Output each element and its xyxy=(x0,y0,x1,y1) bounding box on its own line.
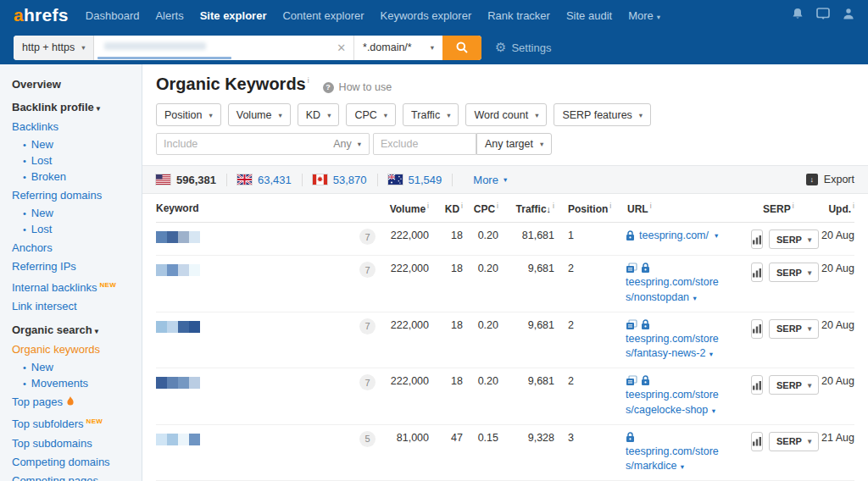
include-any-select[interactable]: Any▾ xyxy=(326,138,369,150)
country-stat-ca[interactable]: 53,870 xyxy=(313,174,367,186)
url-link[interactable]: teespring.com/stores/markdice ▾ xyxy=(626,445,721,475)
country-stat-gb[interactable]: 63,431 xyxy=(237,174,292,186)
url-cell: teespring.com/stores/fantasy-news-2 ▾ xyxy=(609,319,729,362)
sidebar-item-overview[interactable]: Overview xyxy=(12,78,136,91)
sidebar-item-referring-domains[interactable]: Referring domains xyxy=(12,188,136,202)
filter-word-count[interactable]: Word count▾ xyxy=(465,103,547,126)
sidebar-item-backlinks[interactable]: Backlinks xyxy=(12,119,136,134)
bullet-icon: • xyxy=(23,140,26,150)
column-header-traffic[interactable]: Traffic↓i xyxy=(498,202,554,215)
sidebar-item-top-pages[interactable]: Top pages xyxy=(12,395,136,410)
any-target-select[interactable]: Any target▾ xyxy=(476,133,552,155)
sidebar-subitem-lost[interactable]: •Lost xyxy=(23,154,136,168)
search-button[interactable] xyxy=(442,36,481,60)
position-history-chart-button[interactable] xyxy=(751,319,763,339)
filter-volume[interactable]: Volume▾ xyxy=(228,103,291,126)
exclude-input[interactable] xyxy=(373,133,476,155)
nav-item-more[interactable]: More▾ xyxy=(628,9,660,22)
filter-serp-features[interactable]: SERP features▾ xyxy=(554,103,651,126)
ahrefs-logo[interactable]: ahrefs xyxy=(14,5,69,25)
keyword-cell xyxy=(156,319,359,333)
search-box: http + https▾ ✕ *.domain/*▾ xyxy=(14,36,481,60)
sidebar-section-organic-search[interactable]: Organic search▾ xyxy=(12,323,136,336)
column-header-volume[interactable]: Volumei xyxy=(383,202,429,215)
nav-item-alerts[interactable]: Alerts xyxy=(155,9,183,22)
position-history-chart-button[interactable] xyxy=(751,229,763,249)
sidebar-subitem-lost[interactable]: •Lost xyxy=(23,223,136,236)
sidebar-item-link-intersect[interactable]: Link intersect xyxy=(12,299,136,313)
url-link[interactable]: teespring.com/stores/nonstopdan ▾ xyxy=(626,275,721,306)
sidebar-item-top-subdomains[interactable]: Top subdomains xyxy=(12,436,136,451)
sidebar-subitem-new[interactable]: •New xyxy=(23,361,136,374)
country-stat-au[interactable]: 51,549 xyxy=(388,174,442,186)
sidebar-subitem-broken[interactable]: •Broken xyxy=(23,170,136,184)
chevron-down-icon: ▾ xyxy=(447,111,450,119)
filter-position[interactable]: Position▾ xyxy=(156,103,221,126)
export-button[interactable]: ↓Export xyxy=(806,174,854,185)
filter-cpc[interactable]: CPC▾ xyxy=(346,103,396,126)
keyword-group-count-badge[interactable]: 7 xyxy=(359,262,376,278)
sidebar-section-backlink-profile[interactable]: Backlink profile▾ xyxy=(12,101,136,113)
sidebar-item-competing-domains[interactable]: Competing domains xyxy=(12,455,136,469)
sidebar-item-referring-ips[interactable]: Referring IPs xyxy=(12,259,136,274)
https-lock-icon xyxy=(641,375,650,386)
chevron-down-icon: ▾ xyxy=(358,140,361,148)
sidebar-item-anchors[interactable]: Anchors xyxy=(12,240,136,255)
position-history-chart-button[interactable] xyxy=(751,375,763,395)
url-link[interactable]: teespring.com/▾ xyxy=(626,229,729,241)
column-header-serp[interactable]: SERPi xyxy=(729,202,809,215)
chevron-down-icon: ▾ xyxy=(691,294,697,302)
column-header-position[interactable]: Positioni xyxy=(554,202,609,215)
query-underline xyxy=(97,57,231,59)
clear-search-icon[interactable]: ✕ xyxy=(329,36,353,60)
sidebar-item-competing-pages[interactable]: Competing pages xyxy=(12,473,136,481)
sidebar-subitem-movements[interactable]: •Movements xyxy=(23,377,136,390)
sidebar-subitem-new[interactable]: •New xyxy=(23,207,136,220)
nav-item-site-explorer[interactable]: Site explorer xyxy=(200,9,267,22)
country-stat-us[interactable]: 596,381 xyxy=(156,174,216,186)
sidebar-subitem-new[interactable]: •New xyxy=(23,138,136,152)
column-header-keyword[interactable]: Keyword xyxy=(156,202,359,214)
keyword-blurred xyxy=(156,231,359,243)
keyword-blurred xyxy=(156,321,359,333)
keyword-group-count-badge[interactable]: 5 xyxy=(359,431,376,447)
how-to-use-link[interactable]: ?How to use xyxy=(323,81,392,93)
keyword-group-count-badge[interactable]: 7 xyxy=(359,318,376,334)
column-header-upd[interactable]: Upd.i xyxy=(809,202,854,215)
column-header-cpc[interactable]: CPCi xyxy=(463,202,498,215)
keyword-count-cell: 7 xyxy=(359,319,383,334)
nav-item-dashboard[interactable]: Dashboard xyxy=(86,9,140,22)
protocol-select[interactable]: http + https▾ xyxy=(14,36,94,60)
search-mode-select[interactable]: *.domain/*▾ xyxy=(353,36,442,60)
notifications-bell-icon[interactable] xyxy=(792,8,804,24)
target-domain-input[interactable] xyxy=(94,36,329,60)
traffic-cell: 9,328 xyxy=(498,432,554,444)
url-link[interactable]: teespring.com/stores/cagelocke-shop ▾ xyxy=(626,388,721,418)
filter-traffic[interactable]: Traffic▾ xyxy=(403,103,459,126)
keyword-count-cell: 7 xyxy=(359,263,383,278)
settings-button[interactable]: ⚙Settings xyxy=(495,40,551,55)
nav-item-rank-tracker[interactable]: Rank tracker xyxy=(487,9,550,22)
keyword-group-count-badge[interactable]: 7 xyxy=(359,229,376,245)
blur-pixel xyxy=(178,434,189,445)
nav-item-keywords-explorer[interactable]: Keywords explorer xyxy=(381,9,472,22)
sidebar-subitem-label: Broken xyxy=(31,170,66,183)
account-user-icon[interactable] xyxy=(843,8,854,23)
info-superscript: i xyxy=(650,202,652,210)
table-row: 581,000470.159,3283teespring.com/stores/… xyxy=(156,425,854,481)
sidebar-item-top-subfolders[interactable]: Top subfoldersNEW xyxy=(12,414,136,431)
column-header-url[interactable]: URLi xyxy=(609,202,729,215)
filter-kd[interactable]: KD▾ xyxy=(298,103,340,126)
include-input[interactable] xyxy=(157,138,326,150)
chat-icon[interactable] xyxy=(816,8,830,24)
url-link[interactable]: teespring.com/stores/fantasy-news-2 ▾ xyxy=(626,332,721,362)
column-header-kd[interactable]: KDi xyxy=(429,202,463,215)
sidebar-item-internal-backlinks[interactable]: Internal backlinksNEW xyxy=(12,278,136,295)
nav-item-site-audit[interactable]: Site audit xyxy=(566,9,612,22)
keyword-group-count-badge[interactable]: 7 xyxy=(359,374,376,390)
position-history-chart-button[interactable] xyxy=(751,263,763,282)
more-countries-button[interactable]: More▾ xyxy=(473,174,507,186)
position-history-chart-button[interactable] xyxy=(751,432,763,451)
nav-item-content-explorer[interactable]: Content explorer xyxy=(282,9,364,22)
sidebar-item-organic-keywords[interactable]: Organic keywords xyxy=(12,342,136,357)
